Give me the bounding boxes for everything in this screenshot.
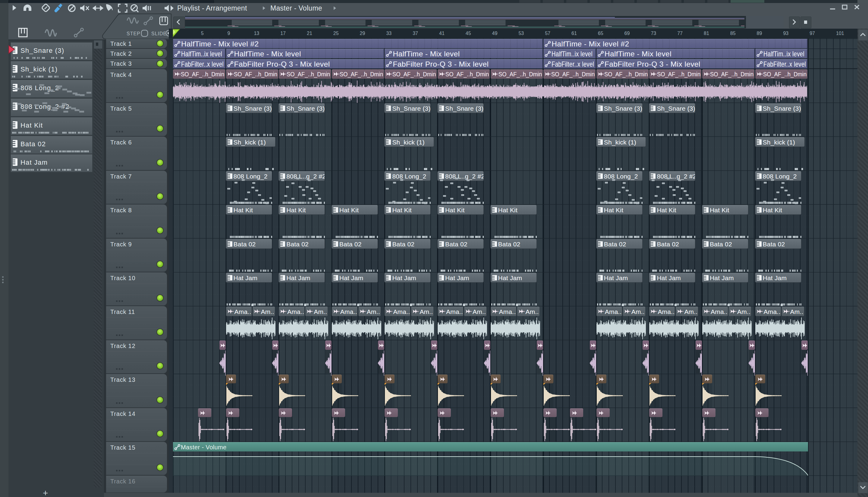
svg-text:STEP: STEP xyxy=(127,31,141,36)
svg-text:SLIDE: SLIDE xyxy=(151,31,167,36)
